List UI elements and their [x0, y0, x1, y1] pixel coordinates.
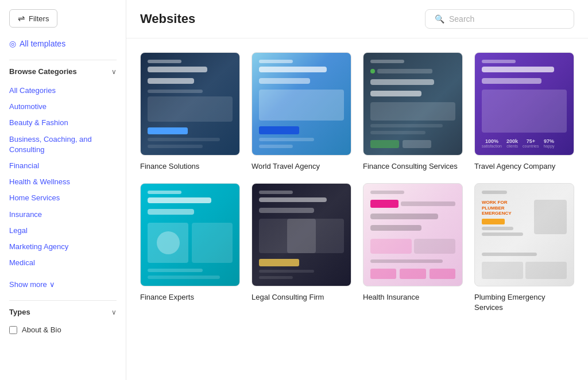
show-more-button[interactable]: Show more ∨	[9, 280, 117, 289]
divider-1	[9, 60, 117, 60]
category-marketing[interactable]: Marketing Agency	[9, 242, 117, 252]
template-name: Travel Agency Company	[474, 161, 574, 172]
types-title: Types	[9, 308, 30, 316]
templates-grid: Finance Solutions	[140, 52, 574, 313]
template-name: World Travel Agency	[252, 161, 351, 172]
template-card[interactable]: Legal Consulting Firm	[252, 183, 351, 313]
all-templates-label: All templates	[20, 39, 65, 48]
list-item: Health & Wellness	[9, 174, 117, 190]
category-home[interactable]: Home Services	[9, 193, 117, 203]
types-chevron: ∨	[111, 308, 117, 316]
template-preview	[363, 183, 463, 286]
template-name: Plumbing Emergency Services	[474, 292, 574, 313]
template-name: Finance Solutions	[140, 161, 240, 172]
template-card[interactable]: Health Insurance	[363, 183, 463, 313]
show-more-chevron: ∨	[49, 280, 55, 289]
list-item: Insurance	[9, 207, 117, 223]
search-input[interactable]	[449, 14, 564, 24]
search-box: 🔍	[425, 9, 574, 29]
template-preview: 100% satisfaction 200k clients 75+ count…	[474, 52, 574, 156]
template-preview	[363, 52, 463, 156]
template-preview	[252, 183, 351, 286]
show-more-label: Show more	[9, 280, 47, 289]
category-beauty[interactable]: Beauty & Fashion	[9, 118, 117, 128]
main-header: Websites 🔍	[126, 0, 588, 38]
type-about-bio-item[interactable]: About & Bio	[9, 323, 117, 336]
templates-content: Finance Solutions	[126, 38, 588, 380]
template-name: Finance Consulting Services	[363, 161, 463, 172]
browse-categories-header[interactable]: Browse Categories ∨	[9, 67, 117, 76]
types-section: Types ∨ About & Bio	[9, 308, 117, 336]
list-item: Marketing Agency	[9, 239, 117, 255]
filter-icon: ⇌	[18, 13, 25, 24]
category-insurance[interactable]: Insurance	[9, 210, 117, 220]
template-name: Health Insurance	[363, 292, 463, 303]
template-name: Legal Consulting Firm	[252, 292, 351, 303]
about-bio-label: About & Bio	[22, 325, 61, 334]
browse-categories-title: Browse Categories	[9, 67, 77, 76]
list-item: Beauty & Fashion	[9, 115, 117, 131]
filters-button[interactable]: ⇌ Filters	[9, 9, 57, 28]
category-medical[interactable]: Medical	[9, 258, 117, 268]
list-item: Medical	[9, 255, 117, 271]
about-bio-checkbox[interactable]	[9, 326, 17, 334]
list-item: Automotive	[9, 99, 117, 115]
template-card[interactable]: Finance Consulting Services	[363, 52, 463, 172]
template-preview: WORK FORPLUMBEREMERGENCY	[474, 183, 574, 286]
all-templates-link[interactable]: ◎ All templates	[9, 39, 117, 48]
page-title: Websites	[140, 11, 195, 26]
category-automotive[interactable]: Automotive	[9, 102, 117, 112]
sidebar: ⇌ Filters ◎ All templates Browse Categor…	[0, 0, 126, 380]
main-content: Websites 🔍	[126, 0, 588, 380]
template-preview	[252, 52, 351, 156]
list-item: All Categories	[9, 83, 117, 99]
category-business[interactable]: Business, Coaching, and Consulting	[9, 134, 117, 155]
list-item: Legal	[9, 223, 117, 239]
category-list: All Categories Automotive Beauty & Fashi…	[9, 83, 117, 271]
types-header[interactable]: Types ∨	[9, 308, 117, 316]
template-preview	[140, 183, 240, 286]
template-card[interactable]: Finance Solutions	[140, 52, 240, 172]
template-card[interactable]: World Travel Agency	[252, 52, 351, 172]
search-icon: 🔍	[435, 14, 444, 24]
list-item: Home Services	[9, 190, 117, 206]
list-item: Financial	[9, 158, 117, 174]
browse-categories-chevron: ∨	[111, 68, 117, 76]
template-preview	[140, 52, 240, 156]
category-financial[interactable]: Financial	[9, 161, 117, 171]
check-circle-icon: ◎	[9, 39, 16, 48]
divider-2	[9, 300, 117, 301]
category-legal[interactable]: Legal	[9, 226, 117, 236]
category-health[interactable]: Health & Wellness	[9, 177, 117, 187]
filters-label: Filters	[29, 14, 49, 23]
category-all[interactable]: All Categories	[9, 86, 117, 96]
template-card[interactable]: Finance Experts	[140, 183, 240, 313]
template-card[interactable]: WORK FORPLUMBEREMERGENCY	[474, 183, 574, 313]
list-item: Business, Coaching, and Consulting	[9, 131, 117, 158]
template-card[interactable]: 100% satisfaction 200k clients 75+ count…	[474, 52, 574, 172]
template-name: Finance Experts	[140, 292, 240, 303]
